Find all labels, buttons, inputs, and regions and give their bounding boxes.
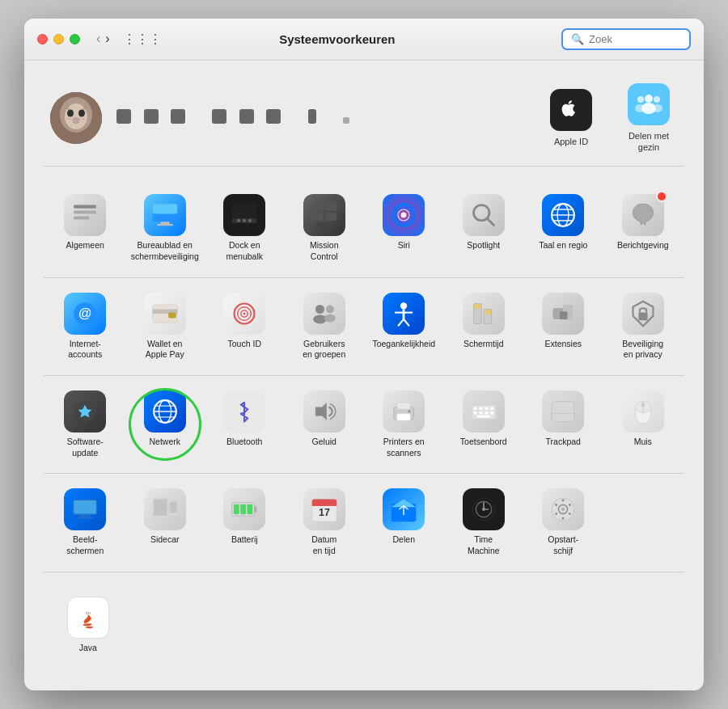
svg-point-52 [315, 305, 324, 314]
siri-label: Siri [398, 240, 410, 251]
svg-rect-67 [560, 311, 568, 319]
delen-label: Delen [393, 534, 415, 546]
pref-item-toetsenbord[interactable]: Toetsenbord [446, 386, 523, 463]
family-sharing-button[interactable]: Delen met gezin [620, 83, 678, 154]
svg-point-14 [637, 96, 644, 103]
pref-item-trackpad[interactable]: Trackpad [525, 386, 602, 463]
forward-arrow[interactable]: › [105, 32, 109, 46]
pref-item-dock[interactable]: Dock en menubalk [206, 189, 283, 267]
avatar[interactable] [50, 92, 102, 144]
svg-point-25 [237, 219, 240, 222]
taal-icon [542, 194, 584, 236]
close-button[interactable] [37, 34, 48, 44]
svg-rect-30 [312, 213, 324, 222]
svg-rect-80 [397, 414, 411, 420]
pref-item-siri[interactable]: Siri [366, 189, 442, 267]
svg-rect-31 [325, 213, 336, 222]
svg-point-51 [243, 312, 246, 314]
content-area: Apple ID Delen met gezin [24, 61, 704, 690]
pref-item-printers[interactable]: Printers en scanners [366, 386, 442, 463]
svg-rect-87 [473, 411, 476, 414]
search-input[interactable] [589, 33, 681, 45]
account-icons: Apple ID Delen met gezin [542, 83, 678, 154]
svg-rect-89 [485, 411, 488, 414]
minimize-button[interactable] [53, 34, 64, 44]
apple-id-button[interactable]: Apple ID [542, 89, 600, 147]
pref-item-sidecar[interactable]: Sidecar [127, 483, 204, 561]
pref-item-bureaubl[interactable]: Bureaublad en schermbeveiliging [127, 189, 204, 267]
pref-item-spotlight[interactable]: Spotlight [446, 189, 523, 267]
pref-item-berichtgeving[interactable]: Berichtgeving [605, 189, 682, 267]
geluid-icon [303, 390, 345, 433]
pref-item-timemachine[interactable]: Time Machine [446, 483, 523, 561]
pref-item-touchid[interactable]: Touch ID [206, 288, 283, 365]
pref-item-schermtijd[interactable]: Schermtijd [446, 288, 523, 365]
pref-item-geluid[interactable]: Geluid [286, 386, 363, 463]
spotlight-label: Spotlight [467, 240, 500, 251]
pref-item-batterij[interactable]: Batterij [206, 483, 283, 561]
family-sharing-icon [635, 91, 662, 118]
svg-point-53 [313, 314, 327, 323]
svg-rect-110 [248, 504, 253, 514]
pref-item-delen[interactable]: Delen [366, 483, 442, 561]
beveiliging-label: Beveiliging en privacy [622, 339, 663, 361]
touchid-icon [223, 293, 265, 335]
svg-line-59 [398, 319, 404, 326]
svg-rect-99 [74, 500, 96, 514]
pref-item-java[interactable]: tmJava [50, 592, 126, 659]
svg-rect-21 [160, 222, 169, 225]
pref-item-bluetooth[interactable]: Bluetooth [206, 386, 283, 463]
svg-rect-64 [484, 310, 490, 314]
svg-rect-32 [316, 223, 332, 228]
bluetooth-icon [223, 390, 265, 433]
pref-item-toegankelijkheid[interactable]: Toegankelijkheid [366, 288, 442, 365]
toetsenbord-icon [463, 390, 505, 433]
svg-point-12 [654, 96, 660, 103]
grid-view-button[interactable]: ⋮⋮⋮ [123, 32, 162, 47]
sidecar-label: Sidecar [150, 534, 180, 546]
svg-text:@: @ [78, 306, 91, 321]
netwerk-label: Netwerk [149, 437, 180, 448]
batterij-icon [223, 488, 265, 530]
svg-rect-69 [638, 312, 647, 320]
search-box[interactable]: 🔍 [561, 28, 691, 50]
svg-rect-16 [74, 205, 96, 209]
search-icon: 🔍 [571, 33, 584, 45]
pref-item-extensies[interactable]: Extensies [525, 288, 602, 365]
svg-point-8 [66, 118, 71, 120]
pref-item-beveiliging[interactable]: Beveiliging en privacy [605, 288, 682, 365]
java-icon: tm [67, 597, 109, 639]
pref-item-algemeen[interactable]: Algemeen [47, 189, 124, 267]
svg-point-124 [561, 508, 565, 511]
pref-item-muis[interactable]: Muis [605, 386, 682, 463]
internet-icon: @ [64, 293, 106, 335]
pref-item-opstart[interactable]: Opstart- schijf [525, 483, 602, 561]
svg-point-97 [641, 403, 645, 407]
pref-item-software[interactable]: Software- update [47, 386, 124, 463]
taal-label: Taal en regio [539, 240, 587, 251]
maximize-button[interactable] [70, 34, 80, 44]
bottom-grid: tmJava [47, 582, 681, 669]
apple-id-label: Apple ID [554, 136, 588, 147]
system-preferences-window: ‹ › ⋮⋮⋮ Systeemvoorkeuren 🔍 [24, 19, 704, 690]
back-arrow[interactable]: ‹ [96, 32, 100, 46]
pref-item-taal[interactable]: Taal en regio [525, 189, 602, 267]
timemachine-icon [463, 488, 505, 530]
pref-item-wallet[interactable]: Wallet en Apple Pay [127, 288, 204, 365]
svg-rect-83 [473, 407, 476, 409]
pref-item-netwerk[interactable]: Netwerk [127, 386, 204, 463]
pref-item-internet[interactable]: @Internet- accounts [47, 288, 124, 365]
schermtijd-label: Schermtijd [463, 339, 504, 350]
pref-item-datum[interactable]: 17Datum en tijd [286, 483, 363, 561]
svg-point-13 [653, 104, 662, 112]
datum-icon: 17 [303, 488, 345, 530]
svg-point-81 [408, 411, 411, 413]
extensies-icon [542, 293, 584, 335]
svg-point-35 [401, 213, 407, 218]
java-label: Java [79, 643, 97, 654]
toegankelijkheid-label: Toegankelijkheid [372, 339, 435, 350]
bureaubl-label: Bureaublad en schermbeveiliging [131, 240, 199, 262]
pref-item-gebruikers[interactable]: Gebruikers en groepen [286, 288, 363, 365]
pref-item-beeldschermen[interactable]: Beeld- schermen [47, 483, 124, 561]
pref-item-mission[interactable]: Mission Control [286, 189, 363, 267]
